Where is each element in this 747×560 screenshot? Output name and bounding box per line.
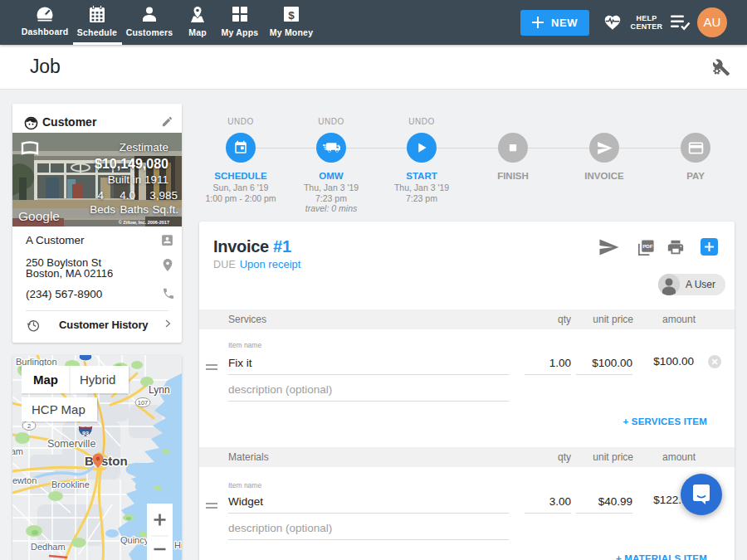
svg-text:93: 93 — [82, 430, 89, 437]
svg-text:$: $ — [288, 9, 295, 22]
svg-text:Somerville: Somerville — [47, 438, 95, 450]
svg-text:Lynn: Lynn — [149, 384, 170, 396]
svg-text:Waltham: Waltham — [12, 446, 23, 456]
svg-text:3,985: 3,985 — [149, 189, 178, 202]
svg-text:Zestimate: Zestimate — [120, 141, 168, 153]
svg-text:$10,149,080: $10,149,080 — [95, 157, 168, 171]
svg-text:Beds: Beds — [90, 203, 115, 216]
svg-text:HCP Map: HCP Map — [32, 402, 85, 416]
svg-text:Brookline: Brookline — [51, 480, 90, 489]
svg-text:Quincy: Quincy — [120, 535, 149, 545]
svg-text:Map: Map — [33, 373, 58, 387]
svg-text:Sq.ft.: Sq.ft. — [152, 203, 178, 216]
svg-text:4.0: 4.0 — [120, 189, 135, 202]
svg-text:Google: Google — [18, 209, 60, 223]
svg-text:107: 107 — [138, 399, 149, 407]
svg-text:4: 4 — [97, 189, 104, 202]
svg-text:PDF: PDF — [642, 243, 653, 249]
svg-text:Built in 1911: Built in 1911 — [108, 173, 168, 186]
svg-text:Burlington: Burlington — [16, 357, 57, 367]
svg-text:Boston: Boston — [85, 454, 128, 468]
svg-text:© Zillow, Inc. 2006-2017: © Zillow, Inc. 2006-2017 — [119, 220, 169, 225]
svg-text:Newton: Newton — [12, 475, 37, 485]
svg-text:Hingham: Hingham — [174, 540, 182, 550]
svg-text:Baths: Baths — [120, 203, 149, 216]
svg-text:Dedham: Dedham — [31, 542, 66, 552]
svg-text:Hybrid: Hybrid — [80, 373, 115, 387]
